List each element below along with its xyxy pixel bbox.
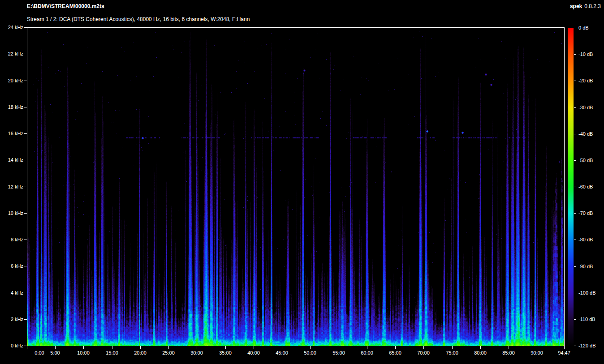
time-tick-label: 5:00 xyxy=(41,350,69,355)
time-tick-label: 30:00 xyxy=(182,350,211,355)
db-tick-label: -110 dB xyxy=(578,317,595,322)
db-tick-label: -30 dB xyxy=(578,105,593,110)
time-tick-mark xyxy=(339,346,339,349)
app-name: spek xyxy=(570,3,582,9)
freq-tick-label: 12 kHz xyxy=(1,184,23,189)
freq-tick-label: 20 kHz xyxy=(1,78,23,83)
time-tick-mark xyxy=(27,346,27,349)
db-tick-label: -90 dB xyxy=(578,264,593,269)
db-tick-mark xyxy=(574,346,576,346)
db-colorbar xyxy=(568,28,574,346)
time-tick-mark xyxy=(83,346,84,349)
time-tick-mark xyxy=(225,346,226,349)
time-tick-mark xyxy=(112,346,112,349)
freq-tick-label: 16 kHz xyxy=(1,131,23,136)
freq-tick-mark xyxy=(24,133,27,134)
time-tick-mark xyxy=(367,346,367,349)
freq-tick-label: 2 kHz xyxy=(1,317,23,322)
time-tick-label: 25:00 xyxy=(154,350,183,355)
time-tick-mark xyxy=(254,346,254,349)
db-tick-label: -80 dB xyxy=(578,237,593,242)
freq-tick-mark xyxy=(24,240,27,240)
freq-tick-label: 14 kHz xyxy=(1,157,23,163)
freq-tick-mark xyxy=(24,160,27,160)
time-tick-label: 94:47 xyxy=(550,350,578,355)
app-version: spek0.8.2.3 xyxy=(570,3,601,9)
db-tick-label: -40 dB xyxy=(578,131,593,137)
time-tick-mark xyxy=(423,346,424,349)
db-tick-mark xyxy=(574,81,576,81)
db-tick-label: -70 dB xyxy=(578,210,593,216)
time-tick-label: 15:00 xyxy=(98,350,126,355)
time-tick-label: 65:00 xyxy=(381,350,410,355)
freq-tick-label: 24 kHz xyxy=(1,25,23,30)
stream-info: Stream 1 / 2: DCA (DTS Coherent Acoustic… xyxy=(27,16,250,22)
time-tick-mark xyxy=(310,346,311,349)
db-tick-label: -50 dB xyxy=(578,158,593,163)
spectrogram-plot xyxy=(27,27,565,346)
time-tick-label: 70:00 xyxy=(409,350,438,355)
freq-tick-label: 0 kHz xyxy=(1,343,23,348)
db-tick-label: 0 dB xyxy=(578,25,589,30)
db-tick-mark xyxy=(574,54,576,55)
time-tick-mark xyxy=(564,346,565,349)
db-tick-mark xyxy=(574,293,576,293)
db-tick-mark xyxy=(574,28,576,28)
db-tick-mark xyxy=(574,266,576,267)
spectrogram-canvas xyxy=(27,28,564,346)
time-tick-label: 20:00 xyxy=(126,350,155,355)
file-path-title: E:\BDMV\STREAM\00000.m2ts xyxy=(27,3,104,9)
time-tick-label: 75:00 xyxy=(438,350,466,355)
db-tick-mark xyxy=(574,187,576,187)
freq-tick-mark xyxy=(24,187,27,187)
time-tick-mark xyxy=(537,346,537,349)
time-tick-mark xyxy=(55,346,56,349)
db-tick-label: -10 dB xyxy=(578,51,593,57)
db-tick-mark xyxy=(574,213,576,214)
freq-tick-label: 22 kHz xyxy=(1,51,23,56)
time-tick-mark xyxy=(140,346,141,349)
db-tick-mark xyxy=(574,240,576,240)
freq-tick-mark xyxy=(24,319,27,320)
time-tick-label: 10:00 xyxy=(69,350,98,355)
time-tick-mark xyxy=(509,346,509,349)
time-tick-label: 55:00 xyxy=(324,350,353,355)
freq-tick-label: 10 kHz xyxy=(1,210,23,216)
freq-tick-label: 8 kHz xyxy=(1,237,23,242)
freq-tick-label: 6 kHz xyxy=(1,263,23,269)
time-tick-label: 35:00 xyxy=(211,350,240,355)
time-tick-mark xyxy=(395,346,396,349)
freq-tick-mark xyxy=(24,107,27,107)
db-tick-mark xyxy=(574,134,576,134)
db-tick-mark xyxy=(574,107,576,108)
db-tick-label: -120 dB xyxy=(578,343,596,348)
time-tick-label: 85:00 xyxy=(494,350,523,355)
freq-tick-mark xyxy=(24,81,27,81)
freq-tick-mark xyxy=(24,266,27,266)
spek-window: E:\BDMV\STREAM\00000.m2ts spek0.8.2.3 St… xyxy=(0,0,604,364)
app-version-number: 0.8.2.3 xyxy=(584,3,601,9)
time-tick-mark xyxy=(452,346,453,349)
freq-tick-mark xyxy=(24,213,27,214)
time-tick-label: 50:00 xyxy=(296,350,324,355)
time-tick-label: 40:00 xyxy=(239,350,268,355)
time-tick-mark xyxy=(282,346,282,349)
freq-tick-mark xyxy=(24,27,27,28)
time-tick-mark xyxy=(168,346,169,349)
time-tick-label: 80:00 xyxy=(466,350,495,355)
db-tick-label: -100 dB xyxy=(578,290,596,295)
db-tick-label: -60 dB xyxy=(578,184,593,189)
time-tick-label: 45:00 xyxy=(267,350,296,355)
db-tick-mark xyxy=(574,160,576,161)
db-tick-mark xyxy=(574,319,576,320)
db-tick-label: -20 dB xyxy=(578,78,593,83)
time-tick-label: 60:00 xyxy=(353,350,381,355)
time-tick-mark xyxy=(197,346,197,349)
freq-tick-label: 18 kHz xyxy=(1,104,23,110)
time-tick-mark xyxy=(480,346,481,349)
freq-tick-mark xyxy=(24,54,27,54)
freq-tick-mark xyxy=(24,293,27,293)
freq-tick-label: 4 kHz xyxy=(1,290,23,295)
time-tick-label: 90:00 xyxy=(522,350,551,355)
